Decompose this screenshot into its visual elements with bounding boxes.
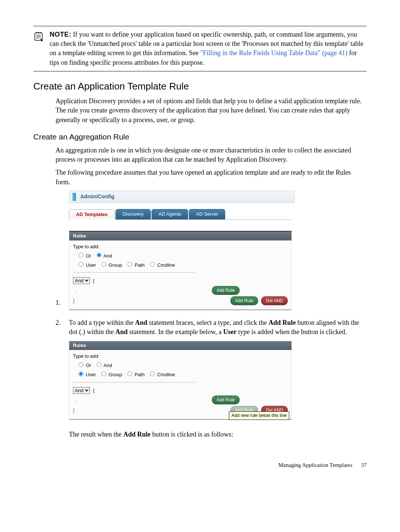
del-and-button[interactable]: Del AND (261, 296, 288, 305)
svg-point-3 (40, 32, 41, 33)
svg-point-2 (38, 32, 39, 33)
screenshot-2: Rules Type to add: Or And User Group Pat… (69, 341, 292, 420)
tab-ad-agents[interactable]: AD Agents (151, 209, 188, 219)
brace-close: } (73, 297, 74, 304)
header-accent-icon (72, 193, 76, 201)
radio-group[interactable]: Group (100, 262, 122, 268)
rules-panel-2: Rules Type to add: Or And User Group Pat… (69, 341, 292, 420)
type-to-add-label-2: Type to add: (73, 353, 288, 360)
admin-config-title: Admin/Config (80, 193, 114, 201)
radio-path[interactable]: Path (126, 262, 144, 268)
radio-user-2[interactable]: User (77, 372, 96, 377)
type-to-add-label: Type to add: (73, 243, 288, 250)
svg-point-1 (36, 32, 37, 33)
and-select[interactable]: And (73, 277, 90, 284)
note-icon (33, 31, 44, 67)
section-para: Application Discovery provides a set of … (56, 97, 367, 125)
tab-row: AD Templates Discovery AD Agents AD Serv… (69, 208, 291, 220)
section-title: Create an Application Template Rule (33, 80, 367, 93)
rule-dot-2: . (73, 397, 77, 403)
radio-or-2[interactable]: Or (77, 363, 91, 368)
tooltip-add-new-rule: Add new rule below this line (229, 411, 289, 420)
subsection-title: Create an Aggregation Rule (33, 131, 367, 142)
admin-config-header: Admin/Config (69, 191, 295, 203)
add-rule-button-outer[interactable]: Add Rule (230, 296, 258, 305)
radio-and-2[interactable]: And (95, 363, 112, 368)
add-rule-button-inner[interactable]: Add Rule (212, 286, 240, 295)
tab-ad-templates[interactable]: AD Templates (69, 209, 115, 220)
step-1: Admin/Config AD Templates Discovery AD A… (56, 191, 367, 310)
add-rule-button-inner-2[interactable]: Add Rule (212, 395, 240, 404)
note-label: NOTE: (50, 31, 71, 38)
screenshot-1: Admin/Config AD Templates Discovery AD A… (69, 191, 295, 310)
brace-close-2: } (73, 407, 74, 414)
subsection-para2: The following procedure assumes that you… (56, 168, 367, 186)
radio-or[interactable]: Or (77, 253, 91, 259)
radio-and[interactable]: And (95, 253, 112, 259)
brace-open: { (93, 278, 94, 283)
brace-open-2: { (93, 388, 94, 393)
page-footer: Managing Application Templates 37 (33, 461, 367, 469)
rule-dot: . (73, 287, 77, 294)
and-select-2[interactable]: And (73, 387, 90, 394)
radio-cmdline-2[interactable]: Cmdline (148, 372, 175, 377)
step-2: To add a type within the And statement b… (56, 318, 367, 439)
radio-group-2[interactable]: Group (100, 372, 122, 377)
radio-path-2[interactable]: Path (126, 372, 144, 377)
footer-page: 37 (361, 462, 367, 468)
tab-ad-server[interactable]: AD Server (189, 209, 225, 219)
result-line: The result when the Add Rule button is c… (69, 430, 367, 439)
radio-user[interactable]: User (77, 262, 96, 268)
note-link[interactable]: "Filling in the Rule Fields Using Table … (200, 49, 347, 57)
rules-panel: Rules Type to add: Or And User Group Pat… (69, 231, 292, 310)
step-2-text: To add a type within the And statement b… (69, 318, 367, 337)
radio-cmdline[interactable]: Cmdline (148, 262, 175, 268)
rules-header-2: Rules (69, 341, 291, 350)
footer-title: Managing Application Templates (279, 462, 352, 468)
rules-header: Rules (69, 232, 291, 240)
subsection-para1: An aggregation rule is one in which you … (56, 146, 367, 164)
note-block: NOTE: If you want to define your applica… (33, 30, 367, 67)
note-text: NOTE: If you want to define your applica… (50, 30, 367, 67)
tab-discovery[interactable]: Discovery (116, 209, 151, 219)
